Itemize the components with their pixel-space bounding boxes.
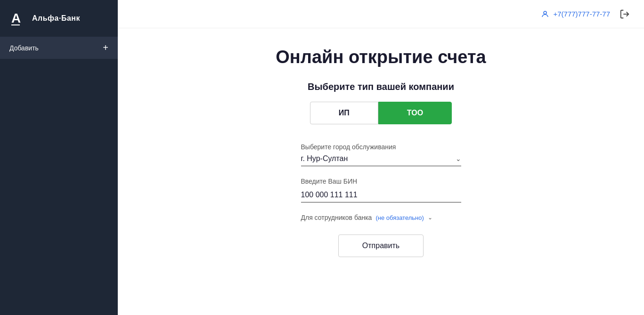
chevron-down-icon: ⌄	[456, 155, 461, 162]
sidebar: А Альфа·Банк Добавить +	[0, 0, 118, 315]
exit-button[interactable]	[620, 9, 630, 19]
bin-input[interactable]	[301, 189, 461, 202]
sidebar-logo: А Альфа·Банк	[0, 0, 118, 37]
alfa-logo-icon: А	[9, 9, 27, 27]
phone-link[interactable]: +7(777)777-77-77	[541, 10, 610, 18]
employees-label: Для сотрудников банка	[301, 214, 372, 221]
company-type-selector: ИП ТОО	[310, 102, 452, 124]
main-content: +7(777)777-77-77 Онлайн открытие счета В…	[118, 0, 644, 315]
submit-button[interactable]: Отправить	[338, 234, 424, 257]
user-icon	[541, 10, 549, 18]
employees-optional: (не обязательно)	[375, 214, 424, 221]
company-type-subtitle: Выберите тип вашей компании	[308, 81, 454, 92]
phone-number: +7(777)777-77-77	[553, 10, 610, 18]
svg-point-2	[544, 11, 546, 14]
header: +7(777)777-77-77	[118, 0, 644, 28]
too-button[interactable]: ТОО	[378, 102, 452, 124]
chevron-down-icon: ⌄	[428, 214, 432, 221]
add-button[interactable]: Добавить +	[0, 37, 118, 59]
city-select[interactable]: г. Нур-Султан ⌄	[301, 154, 461, 166]
bin-field-group: Введите Ваш БИН	[301, 178, 461, 202]
ip-button[interactable]: ИП	[310, 102, 378, 124]
exit-icon	[620, 9, 630, 19]
logo-text: Альфа·Банк	[32, 14, 80, 23]
city-label: Выберите город обслуживания	[301, 143, 461, 151]
city-field-group: Выберите город обслуживания г. Нур-Султа…	[301, 143, 461, 166]
bin-label: Введите Ваш БИН	[301, 178, 461, 185]
page-title: Онлайн открытие счета	[276, 47, 486, 67]
employees-section[interactable]: Для сотрудников банка (не обязательно) ⌄	[301, 214, 461, 221]
plus-icon: +	[103, 42, 108, 53]
add-label: Добавить	[9, 44, 39, 52]
city-value: г. Нур-Султан	[301, 154, 348, 163]
svg-text:А: А	[11, 11, 21, 25]
page-content: Онлайн открытие счета Выберите тип вашей…	[118, 28, 644, 276]
form-section: Выберите город обслуживания г. Нур-Султа…	[301, 143, 461, 257]
